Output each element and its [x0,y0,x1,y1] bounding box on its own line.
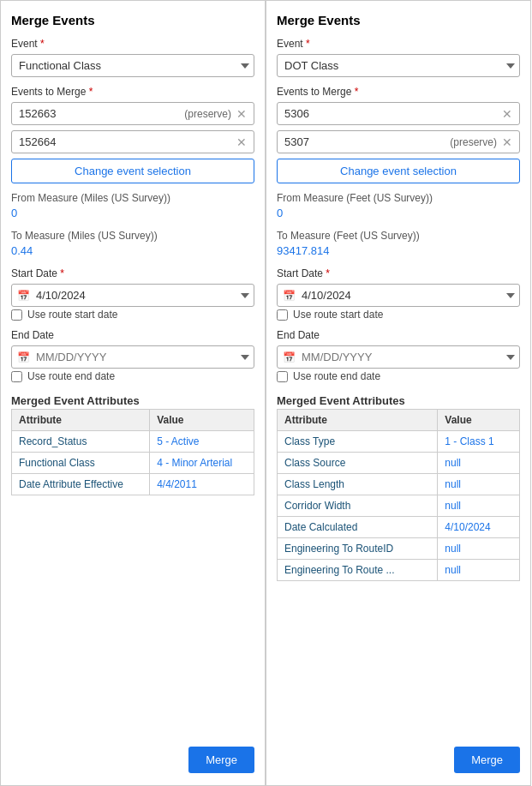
left-use-route-start-label: Use route start date [27,309,117,321]
left-table-row: Functional Class4 - Minor Arterial [12,453,254,474]
right-event-item-1: 5307 (preserve) ✕ [277,130,520,153]
left-attr-name: Date Attribute Effective [12,474,150,495]
left-attr-name: Functional Class [12,453,150,474]
left-table-row: Record_Status5 - Active [12,431,254,453]
right-event-item-0: 5306 ✕ [277,102,520,125]
left-merged-attrs-title: Merged Event Attributes [11,394,254,407]
left-attr-name: Record_Status [12,431,150,453]
right-event-label: Event * [277,38,520,50]
left-event-item-0: 152663 (preserve) ✕ [11,102,254,125]
left-start-date-calendar-icon: 📅 [17,290,30,302]
right-event-preserve-1: (preserve) [450,136,497,148]
left-event-select-wrapper: Functional Class [11,54,254,77]
right-table-row: Class Type1 - Class 1 [278,431,520,453]
left-merge-button[interactable]: Merge [188,747,254,773]
right-event-field: Event * DOT Class [277,38,520,77]
right-event-close-0[interactable]: ✕ [502,108,512,120]
left-event-close-0[interactable]: ✕ [236,108,247,120]
right-use-route-end-row: Use route end date [277,370,520,382]
left-use-route-end-row: Use route end date [11,370,254,382]
left-use-route-end-checkbox[interactable] [11,371,22,382]
left-event-item-1: 152664 ✕ [11,130,254,153]
left-use-route-start-checkbox[interactable] [11,309,22,321]
left-start-date-label: Start Date * [11,267,254,279]
right-attr-value: null [438,474,520,495]
left-event-preserve-0: (preserve) [184,108,231,120]
left-start-date-input[interactable] [11,284,254,307]
right-use-route-end-checkbox[interactable] [277,371,288,382]
left-event-id-0: 152663 [19,107,56,120]
right-end-date-input[interactable] [277,345,520,369]
right-to-measure-label: To Measure (Feet (US Survey)) [277,230,520,242]
right-to-measure: To Measure (Feet (US Survey)) 93417.814 [277,230,520,259]
right-table-header-row: Attribute Value [278,410,520,431]
right-start-date-label: Start Date * [277,267,520,279]
left-end-date-calendar-icon: 📅 [17,351,30,363]
left-merged-attrs: Merged Event Attributes Attribute Value … [11,391,254,495]
left-from-measure-value: 0 [11,207,254,219]
right-attr-value: 4/10/2024 [438,517,520,538]
right-table-row: Class Lengthnull [278,474,520,495]
left-spacer [11,504,254,738]
right-end-date-wrapper: 📅 [277,345,520,369]
right-from-measure-value: 0 [277,207,520,219]
right-end-date-calendar-icon: 📅 [283,351,296,363]
left-panel: Merge Events Event * Functional Class Ev… [0,0,266,786]
left-to-measure-label: To Measure (Miles (US Survey)) [11,230,254,242]
right-use-route-start-label: Use route start date [293,309,383,321]
left-attr-value: 4 - Minor Arterial [150,453,254,474]
right-attr-value: null [438,538,520,560]
right-spacer [277,590,520,738]
right-start-date-calendar-icon: 📅 [283,290,296,302]
right-col-attribute: Attribute [278,410,438,431]
right-attr-name: Class Source [278,453,438,474]
right-attr-name: Engineering To RouteID [278,538,438,560]
left-start-date: Start Date * 📅 Use route start date [11,267,254,321]
right-table-row: Corridor Widthnull [278,495,520,517]
right-event-select-wrapper: DOT Class [277,54,520,77]
right-start-date-input[interactable] [277,284,520,307]
left-from-measure-label: From Measure (Miles (US Survey)) [11,192,254,204]
left-event-select[interactable]: Functional Class [11,54,254,77]
right-panel: Merge Events Event * DOT Class Events to… [266,0,531,786]
right-events-to-merge: Events to Merge * 5306 ✕ 5307 (preserve)… [277,86,520,183]
left-title: Merge Events [11,13,254,27]
right-start-date: Start Date * 📅 Use route start date [277,267,520,321]
right-attr-value: null [438,495,520,517]
right-use-route-end-label: Use route end date [293,370,380,382]
right-event-select[interactable]: DOT Class [277,54,520,77]
left-to-measure: To Measure (Miles (US Survey)) 0.44 [11,230,254,259]
left-to-measure-value: 0.44 [11,244,254,257]
right-table-row: Engineering To RouteIDnull [278,538,520,560]
left-col-attribute: Attribute [12,410,150,431]
right-from-measure: From Measure (Feet (US Survey)) 0 [277,192,520,221]
left-event-field: Event * Functional Class [11,38,254,77]
left-attr-value: 4/4/2011 [150,474,254,495]
right-use-route-start-checkbox[interactable] [277,309,288,321]
right-change-event-button[interactable]: Change event selection [277,159,520,183]
right-from-measure-label: From Measure (Feet (US Survey)) [277,192,520,204]
right-event-id-1: 5307 [284,135,309,148]
left-event-close-1[interactable]: ✕ [236,136,247,148]
right-attr-value: null [438,560,520,581]
right-use-route-start-row: Use route start date [277,309,520,321]
right-attr-name: Class Type [278,431,438,453]
right-attr-value: 1 - Class 1 [438,431,520,453]
left-change-event-button[interactable]: Change event selection [11,159,254,183]
left-table-row: Date Attribute Effective4/4/2011 [12,474,254,495]
left-table-header-row: Attribute Value [12,410,254,431]
right-table-row: Engineering To Route ...null [278,560,520,581]
right-attrs-table: Attribute Value Class Type1 - Class 1Cla… [277,409,520,581]
left-end-date: End Date 📅 Use route end date [11,329,254,382]
left-attr-value: 5 - Active [150,431,254,453]
left-events-to-merge: Events to Merge * 152663 (preserve) ✕ 15… [11,86,254,183]
right-attr-name: Engineering To Route ... [278,560,438,581]
right-attr-name: Corridor Width [278,495,438,517]
right-col-value: Value [438,410,520,431]
right-event-close-1[interactable]: ✕ [502,136,512,148]
right-merge-button[interactable]: Merge [454,747,520,773]
left-end-date-input[interactable] [11,345,254,369]
right-end-date-label: End Date [277,329,520,341]
right-attr-name: Date Calculated [278,517,438,538]
left-use-route-end-label: Use route end date [27,370,115,382]
